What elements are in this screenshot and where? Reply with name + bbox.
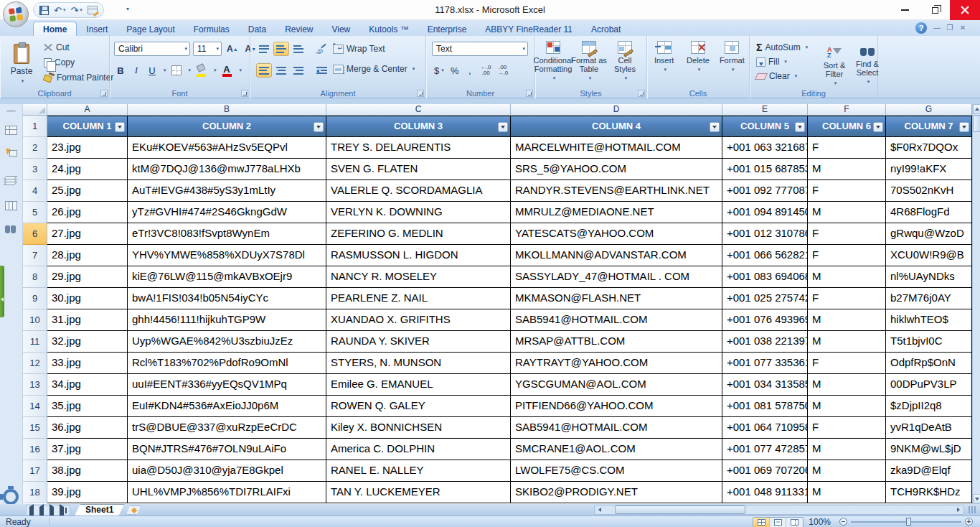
cell-A5[interactable]: 26.jpg (47, 202, 128, 223)
orientation-button[interactable] (314, 42, 329, 56)
workbook-close-icon[interactable]: ✕ (957, 24, 969, 32)
cell-F18[interactable]: M (808, 482, 886, 503)
underline-dropdown-icon[interactable]: ▾ (164, 67, 166, 73)
increase-decimal-button[interactable]: ←.0.00 (479, 63, 494, 78)
column-header-C[interactable]: C (326, 104, 511, 116)
row-header-12[interactable]: 12 (23, 353, 47, 374)
bold-button[interactable]: B (114, 63, 127, 78)
cell-D8[interactable]: SASSYLADY_47@HOTMAIL . COM (511, 266, 722, 288)
scroll-down-icon[interactable] (973, 494, 980, 504)
cell-B11[interactable]: Uyp%WGAE%842%U3szbiuJzEz (128, 331, 326, 353)
undo-button[interactable]: ↶▾ (54, 5, 65, 16)
cell-E17[interactable]: +001 069 707206 (722, 460, 808, 482)
close-button[interactable] (950, 0, 980, 20)
row-header-6[interactable]: 6 (23, 223, 47, 245)
cell-D13[interactable]: YGSCGUMAN@AOL.COM (511, 374, 722, 396)
cell-B10[interactable]: ghh!4456!111!hijkuhTGP9W (128, 309, 326, 331)
accounting-format-button[interactable]: $▾ (432, 63, 446, 78)
columns-icon[interactable] (5, 201, 17, 210)
cell-A12[interactable]: 33.jpg (47, 353, 128, 374)
cell-B5[interactable]: yTz#GVHI#474#2S46GkngGdW (128, 202, 326, 223)
cell-G10[interactable]: hiklwhTEO$ (886, 309, 972, 331)
align-right-button[interactable] (291, 63, 306, 78)
cell-D6[interactable]: YATESCATS@YAHOO.COM (511, 223, 722, 245)
tab-split-gripper[interactable] (969, 506, 977, 513)
cell-G4[interactable]: 70S502nKvH (886, 180, 972, 202)
clear-button[interactable]: Clear▾ (754, 70, 810, 82)
table-edit-button[interactable] (88, 6, 98, 14)
snap-pane-icon[interactable] (5, 149, 17, 157)
cell-E12[interactable]: +001 077 335361 (722, 353, 808, 374)
cell-C15[interactable]: Kiley X. BONNICHSEN (326, 417, 511, 439)
zoom-in-icon[interactable]: + (965, 518, 973, 526)
cell-E2[interactable]: +001 063 321687 (722, 137, 808, 159)
cell-D9[interactable]: MKMASON@FLASH.NET (511, 288, 722, 309)
cell-A18[interactable]: 39.jpg (47, 482, 128, 503)
header-cell-C1[interactable]: COLUMN 3 (326, 116, 511, 137)
fill-color-button[interactable] (194, 63, 209, 78)
gear-icon[interactable] (3, 489, 19, 505)
fill-color-dropdown-icon[interactable]: ▾ (214, 67, 217, 73)
cell-D16[interactable]: SMCRANE1@AOL.COM (511, 439, 722, 460)
ribbon-tab-view[interactable]: View (322, 22, 359, 36)
cell-E5[interactable]: +001 094 891450 (722, 202, 808, 223)
cell-B16[interactable]: BQN#JTRS#476#7OLN9uLAiFo (128, 439, 326, 460)
bottom-align-button[interactable] (291, 42, 306, 56)
cell-B8[interactable]: kiE@76LW@115@mkAVBxOEjr9 (128, 266, 326, 288)
cell-G3[interactable]: nyI99!aKFX (886, 159, 972, 180)
ribbon-tab-home[interactable]: Home (33, 22, 77, 36)
row-header-13[interactable]: 13 (23, 374, 47, 396)
cell-E4[interactable]: +001 092 777087 (722, 180, 808, 202)
ribbon-tab-enterprise[interactable]: Enterprise (418, 22, 476, 36)
ribbon-tab-review[interactable]: Review (275, 22, 322, 36)
cell-D17[interactable]: LWOLFE75@CS.COM (511, 460, 722, 482)
ribbon-tab-formulas[interactable]: Formulas (184, 22, 239, 36)
font-family-combo[interactable]: Calibri▾ (114, 42, 190, 56)
cell-G18[interactable]: TCH9RK$HDz (886, 482, 972, 503)
header-cell-A1[interactable]: COLUMN 1 (47, 116, 128, 137)
cell-F15[interactable]: F (808, 417, 886, 439)
redo-button[interactable]: ↷▾ (70, 5, 82, 16)
header-cell-D1[interactable]: COLUMN 4 (511, 116, 722, 137)
select-all-corner[interactable] (23, 104, 47, 116)
row-header-15[interactable]: 15 (23, 417, 47, 439)
horizontal-scrollbar-thumb[interactable] (615, 505, 745, 514)
cell-E15[interactable]: +001 064 710958 (722, 417, 808, 439)
cell-E3[interactable]: +001 015 687853 (722, 159, 808, 180)
cell-E6[interactable]: +001 012 310786 (722, 223, 808, 245)
borders-button[interactable] (169, 63, 184, 78)
font-size-combo[interactable]: 11▾ (193, 42, 222, 56)
cell-D10[interactable]: SAB5941@HOTMAIL.COM (511, 309, 722, 331)
cell-D2[interactable]: MARCELWHITE@HOTMAIL.COM (511, 137, 722, 159)
undo-dropdown-icon[interactable]: ▾ (63, 7, 66, 13)
filter-dropdown-icon[interactable] (959, 122, 969, 132)
office-button[interactable] (3, 1, 29, 27)
navigation-pane-handle[interactable] (0, 266, 4, 317)
cell-E18[interactable]: +001 048 911331 (722, 482, 808, 503)
help-icon[interactable]: ? (915, 22, 927, 34)
middle-align-button[interactable] (273, 42, 289, 56)
cell-F4[interactable]: F (808, 180, 886, 202)
percent-style-button[interactable]: % (448, 63, 461, 78)
cell-C18[interactable]: TAN Y. LUCKEMEYER (326, 482, 511, 503)
cell-G7[interactable]: XCU0W!R9@B (886, 245, 972, 266)
layers-icon[interactable] (5, 176, 17, 185)
cell-C14[interactable]: ROWEN Q. GALEY (326, 396, 511, 417)
merge-center-button[interactable]: Merge & Center ▾ (331, 63, 417, 75)
save-button[interactable] (39, 6, 49, 15)
ribbon-tab-kutools[interactable]: Kutools ™ (359, 22, 418, 36)
cell-E11[interactable]: +001 038 221397 (722, 331, 808, 353)
cell-C17[interactable]: RANEL E. NALLEY (326, 460, 511, 482)
zoom-thumb[interactable] (906, 518, 911, 526)
borders-dropdown-icon[interactable]: ▾ (189, 67, 192, 73)
clipboard-dialog-launcher-icon[interactable] (100, 90, 108, 97)
ribbon-tab-data[interactable]: Data (239, 22, 275, 36)
column-header-G[interactable]: G (886, 104, 972, 116)
cell-G17[interactable]: zka9D@Elqf (886, 460, 972, 482)
cell-D3[interactable]: SRS_5@YAHOO.COM (511, 159, 722, 180)
cell-D7[interactable]: MKOLLMANN@ADVANSTAR.COM (511, 245, 722, 266)
number-format-combo[interactable]: Text▾ (432, 42, 528, 56)
cell-A2[interactable]: 23.jpg (47, 137, 128, 159)
cell-E14[interactable]: +001 081 578750 (722, 396, 808, 417)
filter-dropdown-icon[interactable] (873, 122, 883, 132)
